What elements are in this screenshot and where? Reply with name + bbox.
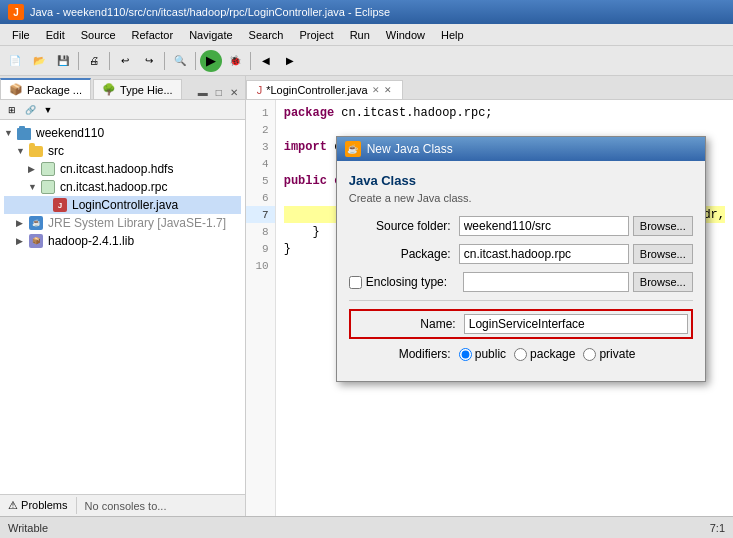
tree-view[interactable]: ▼ weekend110 ▼ src ▶: [0, 120, 245, 494]
modifiers-row: Modifiers: public package private: [349, 347, 693, 361]
run-button[interactable]: ▶: [200, 50, 222, 72]
undo-button[interactable]: ↩: [114, 50, 136, 72]
package-browse[interactable]: Browse...: [633, 244, 693, 264]
arrow-hadoop: ▶: [16, 236, 28, 246]
modifier-private[interactable]: private: [583, 347, 635, 361]
menu-project[interactable]: Project: [291, 27, 341, 43]
open-button[interactable]: 📂: [28, 50, 50, 72]
title-bar: J Java - weekend110/src/cn/itcast/hadoop…: [0, 0, 733, 24]
tree-item-hdfs[interactable]: ▶ cn.itcast.hadoop.hdfs: [4, 160, 241, 178]
menu-edit[interactable]: Edit: [38, 27, 73, 43]
print-button[interactable]: 🖨: [83, 50, 105, 72]
maximize-panel-btn[interactable]: □: [213, 86, 225, 99]
tab-type-label: Type Hie...: [120, 84, 173, 96]
enclosing-type-field: Enclosing type: Browse...: [349, 272, 693, 292]
next-button[interactable]: ▶: [279, 50, 301, 72]
bottom-panel: ⚠ Problems No consoles to...: [0, 494, 245, 516]
icon-hadoop: 📦: [28, 233, 44, 249]
label-rpc: cn.itcast.hadoop.rpc: [60, 180, 167, 194]
prev-button[interactable]: ◀: [255, 50, 277, 72]
app-icon: J: [8, 4, 24, 20]
status-text: Writable: [8, 522, 48, 534]
dialog-overlay: ☕ New Java Class Java Class Create a new…: [246, 76, 733, 516]
menu-source[interactable]: Source: [73, 27, 124, 43]
cursor-position: 7:1: [710, 522, 725, 534]
minimize-panel-btn[interactable]: ▬: [195, 86, 211, 99]
modifier-public-label: public: [475, 347, 506, 361]
enclosing-type-label: Enclosing type:: [366, 275, 455, 289]
label-hdfs: cn.itcast.hadoop.hdfs: [60, 162, 173, 176]
source-folder-input[interactable]: [459, 216, 629, 236]
arrow-jre: ▶: [16, 218, 28, 228]
arrow-src: ▼: [16, 146, 28, 156]
redo-button[interactable]: ↪: [138, 50, 160, 72]
menu-file[interactable]: File: [4, 27, 38, 43]
tree-item-hadoop[interactable]: ▶ 📦 hadoop-2.4.1.lib: [4, 232, 241, 250]
icon-src: [28, 143, 44, 159]
radio-public[interactable]: [459, 348, 472, 361]
search-toolbar-btn[interactable]: 🔍: [169, 50, 191, 72]
enclosing-type-browse[interactable]: Browse...: [633, 272, 693, 292]
panel-tab-controls: ▬ □ ✕: [195, 86, 245, 99]
collapse-all-btn[interactable]: ⊞: [4, 102, 20, 118]
problems-icon: ⚠: [8, 499, 18, 511]
sep2: [109, 52, 110, 70]
status-bar: Writable 7:1: [0, 516, 733, 538]
new-java-class-dialog: ☕ New Java Class Java Class Create a new…: [336, 136, 706, 382]
enclosing-type-checkbox[interactable]: [349, 276, 362, 289]
label-logincontroller: LoginController.java: [72, 198, 178, 212]
tree-item-logincontroller[interactable]: J LoginController.java: [4, 196, 241, 214]
menu-run[interactable]: Run: [342, 27, 378, 43]
tree-item-rpc[interactable]: ▼ cn.itcast.hadoop.rpc: [4, 178, 241, 196]
modifier-private-label: private: [599, 347, 635, 361]
sep1: [78, 52, 79, 70]
menu-window[interactable]: Window: [378, 27, 433, 43]
modifier-public[interactable]: public: [459, 347, 506, 361]
save-button[interactable]: 💾: [52, 50, 74, 72]
tree-item-jre[interactable]: ▶ ☕ JRE System Library [JavaSE-1.7]: [4, 214, 241, 232]
enclosing-type-input[interactable]: [463, 272, 629, 292]
radio-package[interactable]: [514, 348, 527, 361]
modifier-package[interactable]: package: [514, 347, 575, 361]
name-field: Name:: [349, 309, 693, 339]
arrow-weekend110: ▼: [4, 128, 16, 138]
menu-search[interactable]: Search: [241, 27, 292, 43]
dialog-title: New Java Class: [367, 142, 453, 156]
view-menu-btn[interactable]: ▼: [40, 102, 56, 118]
package-label: Package:: [349, 247, 459, 261]
radio-private[interactable]: [583, 348, 596, 361]
dialog-section-desc: Create a new Java class.: [349, 192, 693, 204]
type-hierarchy-icon: 🌳: [102, 83, 116, 96]
sep4: [195, 52, 196, 70]
package-input[interactable]: [459, 244, 629, 264]
label-weekend110: weekend110: [36, 126, 104, 140]
tab-type-hierarchy[interactable]: 🌳 Type Hie...: [93, 79, 182, 99]
dialog-icon: ☕: [345, 141, 361, 157]
tree-item-src[interactable]: ▼ src: [4, 142, 241, 160]
menu-refactor[interactable]: Refactor: [124, 27, 182, 43]
label-jre: JRE System Library [JavaSE-1.7]: [48, 216, 226, 230]
menu-help[interactable]: Help: [433, 27, 472, 43]
package-explorer-icon: 📦: [9, 83, 23, 96]
arrow-hdfs: ▶: [28, 164, 40, 174]
new-button[interactable]: 📄: [4, 50, 26, 72]
icon-weekend110: [16, 125, 32, 141]
main-area: 📦 Package ... 🌳 Type Hie... ▬ □ ✕ ⊞ 🔗 ▼ …: [0, 76, 733, 516]
tab-problems[interactable]: ⚠ Problems: [0, 497, 77, 514]
source-folder-browse[interactable]: Browse...: [633, 216, 693, 236]
debug-button[interactable]: 🐞: [224, 50, 246, 72]
name-input[interactable]: [464, 314, 688, 334]
svg-rect-1: [19, 126, 25, 130]
menu-bar: File Edit Source Refactor Navigate Searc…: [0, 24, 733, 46]
menu-navigate[interactable]: Navigate: [181, 27, 240, 43]
icon-rpc: [40, 179, 56, 195]
tab-package-explorer[interactable]: 📦 Package ...: [0, 78, 91, 99]
tree-item-weekend110[interactable]: ▼ weekend110: [4, 124, 241, 142]
toolbar: 📄 📂 💾 🖨 ↩ ↪ 🔍 ▶ 🐞 ◀ ▶: [0, 46, 733, 76]
icon-logincontroller: J: [52, 197, 68, 213]
panel-tabs: 📦 Package ... 🌳 Type Hie... ▬ □ ✕: [0, 76, 245, 100]
dialog-title-bar: ☕ New Java Class: [337, 137, 705, 161]
link-with-editor-btn[interactable]: 🔗: [22, 102, 38, 118]
source-folder-label: Source folder:: [349, 219, 459, 233]
close-panel-btn[interactable]: ✕: [227, 86, 241, 99]
